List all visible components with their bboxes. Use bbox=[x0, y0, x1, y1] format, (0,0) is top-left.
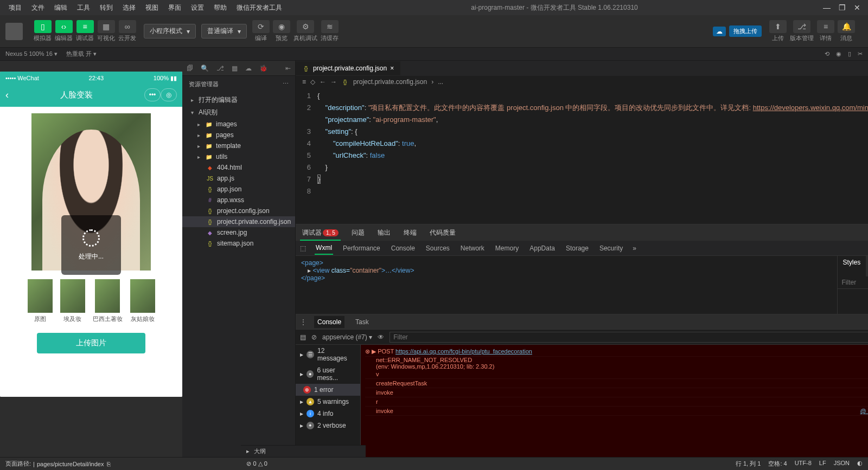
upload-button[interactable]: ⬆上传 bbox=[769, 20, 787, 42]
menu-help[interactable]: 帮助 bbox=[209, 1, 231, 15]
menu-file[interactable]: 文件 bbox=[27, 1, 49, 15]
folder-template[interactable]: ▸📁template bbox=[182, 140, 295, 151]
files-icon[interactable]: 🗐 bbox=[187, 65, 193, 72]
compile-dropdown[interactable]: 普通编译▾ bbox=[201, 24, 247, 38]
visual-button[interactable]: ▦可视化 bbox=[97, 20, 115, 42]
kebab-icon[interactable]: ⋮ bbox=[300, 318, 307, 326]
page-path[interactable]: pages/pictureDetail/index bbox=[37, 461, 104, 467]
indent-setting[interactable]: 空格: 4 bbox=[768, 460, 787, 468]
menu-edit[interactable]: 编辑 bbox=[50, 1, 72, 15]
upload-image-button[interactable]: 上传图片 bbox=[37, 333, 145, 353]
version-button[interactable]: ⎇版本管理 bbox=[790, 20, 814, 42]
feedback-icon[interactable]: ◐ bbox=[857, 460, 863, 468]
screenshot-icon[interactable]: ▯ bbox=[848, 50, 851, 57]
clear-icon[interactable]: ⊘ bbox=[311, 333, 317, 341]
styles-tab-computed[interactable]: Computed bbox=[866, 256, 868, 276]
thumb-egypt[interactable]: 埃及妆 bbox=[60, 279, 85, 323]
file-sitemap[interactable]: {}sitemap.json bbox=[182, 238, 295, 249]
compile-button[interactable]: ⟳编译 bbox=[252, 20, 270, 42]
thumb-cinderella[interactable]: 灰姑娘妆 bbox=[130, 279, 155, 323]
menu-project[interactable]: 项目 bbox=[4, 1, 26, 15]
folder-utils[interactable]: ▸📁utils bbox=[182, 151, 295, 162]
dt-wxml[interactable]: Wxml bbox=[315, 242, 333, 255]
sidebar-toggle-icon[interactable]: ▤ bbox=[300, 333, 306, 341]
dt-network[interactable]: Network bbox=[459, 242, 486, 254]
tab-problems[interactable]: 问题 bbox=[349, 225, 367, 241]
more-icon[interactable]: ⋯ bbox=[283, 80, 289, 88]
msg-warn[interactable]: ▸▲5 warnings bbox=[296, 396, 360, 408]
close-tab-icon[interactable]: × bbox=[390, 65, 394, 72]
tab-output[interactable]: 输出 bbox=[375, 225, 393, 241]
wxml-tree[interactable]: <page> ▸ <view class="container">…</view… bbox=[296, 256, 837, 314]
back-nav-icon[interactable]: ← bbox=[320, 78, 326, 86]
ext-icon[interactable]: ▦ bbox=[232, 65, 238, 72]
menu-wechat[interactable]: 微信开发者工具 bbox=[232, 1, 286, 15]
menu-settings[interactable]: 设置 bbox=[187, 1, 208, 15]
tab-terminal[interactable]: 终端 bbox=[401, 225, 419, 241]
drag-upload-tag[interactable]: 拖拽上传 bbox=[729, 25, 762, 37]
inspect-icon[interactable]: ⬚ bbox=[300, 244, 306, 252]
dt-console[interactable]: Console bbox=[390, 242, 416, 254]
simulator-button[interactable]: ▯模拟器 bbox=[34, 20, 52, 42]
copy-path-icon[interactable]: ⎘ bbox=[107, 461, 111, 467]
file-404[interactable]: ◆404.html bbox=[182, 162, 295, 173]
maximize-button[interactable]: ❐ bbox=[838, 3, 846, 12]
git-icon[interactable]: ⎇ bbox=[216, 65, 224, 72]
clear-cache-button[interactable]: ≋清缓存 bbox=[321, 20, 339, 42]
messages-button[interactable]: 🔔消息 bbox=[838, 20, 855, 42]
file-screenjpg[interactable]: ◆screen.jpg bbox=[182, 227, 295, 238]
code-editor[interactable]: 12345678 { "description": "项目私有配置文件。此文件中… bbox=[296, 88, 868, 224]
eol[interactable]: LF bbox=[819, 460, 826, 468]
hot-reload-toggle[interactable]: 热重载 开 ▾ bbox=[66, 50, 97, 58]
tab-debugger[interactable]: 调试器1, 5 bbox=[300, 225, 341, 241]
doc-link[interactable]: https://developers.weixin.qq.com/minipro… bbox=[753, 104, 868, 112]
msg-error[interactable]: ⊗1 error bbox=[296, 384, 360, 396]
dt-storage[interactable]: Storage bbox=[565, 242, 590, 254]
bookmark-icon[interactable]: ◇ bbox=[310, 78, 315, 86]
close-capsule-icon[interactable]: ◎ bbox=[161, 88, 177, 101]
rotate-icon[interactable]: ⟲ bbox=[825, 50, 829, 57]
source-link[interactable]: @ WAServiceMainContext…09094889&v=2.30.2… bbox=[860, 408, 868, 414]
context-dropdown[interactable]: appservice (#7) ▾ bbox=[322, 333, 372, 341]
mode-dropdown[interactable]: 小程序模式▾ bbox=[144, 24, 196, 38]
record-icon[interactable]: ◉ bbox=[836, 50, 841, 57]
search-icon[interactable]: 🔍 bbox=[201, 65, 209, 72]
styles-tab-styles[interactable]: Styles bbox=[838, 256, 866, 276]
thumb-original[interactable]: 原图 bbox=[28, 279, 53, 323]
cloud-button[interactable]: ∞云开发 bbox=[118, 20, 136, 42]
folder-images[interactable]: ▸📁images bbox=[182, 119, 295, 130]
file-projectconfig[interactable]: {}project.config.json bbox=[182, 205, 295, 216]
close-button[interactable]: ✕ bbox=[853, 3, 861, 12]
code-body[interactable]: { "description": "项目私有配置文件。此文件中的内容将覆盖 pr… bbox=[317, 90, 868, 224]
problems-status[interactable]: ⊘ 0 △ 0 bbox=[246, 460, 267, 467]
device-select[interactable]: Nexus 5 100% 16 ▾ bbox=[5, 50, 58, 57]
eye-icon[interactable]: 👁 bbox=[378, 333, 384, 341]
collapse-icon[interactable]: ⇤ bbox=[285, 65, 291, 72]
debugger-button[interactable]: ≡调试器 bbox=[76, 20, 94, 42]
file-appwxss[interactable]: #app.wxss bbox=[182, 195, 295, 205]
preview-button[interactable]: ◉预览 bbox=[273, 20, 290, 42]
dt-appdata[interactable]: AppData bbox=[528, 242, 556, 254]
breadcrumb-file[interactable]: project.private.config.json bbox=[353, 78, 427, 86]
msg-all[interactable]: ▸☰12 messages bbox=[296, 345, 360, 364]
dt-memory[interactable]: Memory bbox=[494, 242, 520, 254]
console-filter-input[interactable] bbox=[390, 332, 868, 343]
menu-tool[interactable]: 工具 bbox=[73, 1, 94, 15]
details-button[interactable]: ≡详情 bbox=[817, 20, 834, 42]
file-appjs[interactable]: JSapp.js bbox=[182, 173, 295, 184]
dt-security[interactable]: Security bbox=[598, 242, 624, 254]
remote-debug-button[interactable]: ⚙真机调试 bbox=[293, 20, 317, 42]
menu-select[interactable]: 选择 bbox=[118, 1, 140, 15]
bug-icon[interactable]: 🐞 bbox=[259, 65, 267, 72]
section-opened-editors[interactable]: ▸打开的编辑器 bbox=[182, 94, 295, 106]
user-avatar[interactable] bbox=[5, 23, 23, 40]
msg-info[interactable]: ▸i4 info bbox=[296, 408, 360, 420]
menu-view[interactable]: 视图 bbox=[141, 1, 163, 15]
encoding[interactable]: UTF-8 bbox=[795, 460, 812, 468]
section-project[interactable]: ▾AI识别 bbox=[182, 106, 295, 119]
msg-user[interactable]: ▸●6 user mess... bbox=[296, 364, 360, 384]
error-url[interactable]: https://api.ai.qq.com/fcgi-bin/ptu/ptu_f… bbox=[395, 348, 532, 355]
tab-quality[interactable]: 代码质量 bbox=[427, 225, 458, 241]
tab-projectprivate[interactable]: {}project.private.config.json× bbox=[296, 61, 401, 75]
folder-pages[interactable]: ▸📁pages bbox=[182, 130, 295, 140]
